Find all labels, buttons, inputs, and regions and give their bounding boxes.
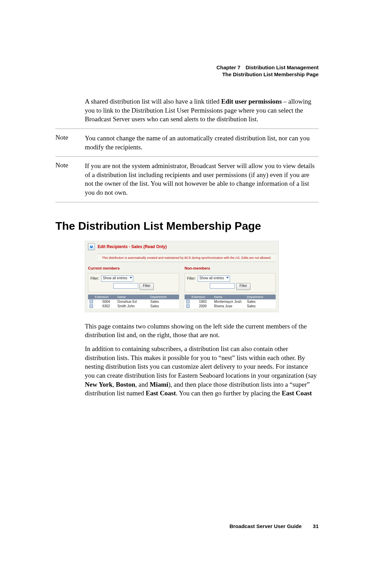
footer: Broadcast Server User Guide 31 [230,523,319,529]
window-icon [88,243,95,250]
note-1-text: You cannot change the name of an automat… [85,134,319,151]
page: Chapter 7 Distribution List Management T… [0,0,374,588]
para-columns: This page contains two columns showing o… [85,322,319,340]
current-members-column: Current members Filter: Show all entries… [88,266,179,308]
filter-box-left: Filter: Show all entries Filter [88,273,179,292]
intro-paragraph: A shared distribution list will also hav… [85,97,319,124]
edit-user-permissions-bold: Edit user permissions [221,98,282,105]
table-header-left: Extension Name Department [88,295,179,299]
svg-rect-5 [186,305,189,308]
content: A shared distribution list will also hav… [55,97,319,398]
header-chapter: Chapter 7 Distribution List Management [216,64,319,71]
svg-rect-3 [90,305,93,308]
filter-label: Filter: [90,277,99,280]
para-nesting: In addition to containing subscribers, a… [85,344,319,398]
user-icon [89,300,95,304]
non-members-title: Non-members [185,266,276,270]
page-number: 31 [313,523,319,529]
non-members-column: Non-members Filter: Show all entries Fil… [185,266,276,308]
filter-label: Filter: [187,277,196,280]
table-row: 1983 Montemayor Josh Sales [185,299,276,304]
footer-guide: Broadcast Server User Guide [230,523,302,529]
edit-notice: This distribution is automatically creat… [98,254,276,262]
running-header: Chapter 7 Distribution List Management T… [216,64,319,78]
filter-select-right[interactable]: Show all entries [198,275,230,282]
screenshot-figure: Edit Recipients - Sales (Read Only) This… [85,241,279,312]
current-members-title: Current members [88,266,179,270]
note-1: Note You cannot change the name of an au… [55,129,319,157]
note-label: Note [55,134,85,141]
table-header-right: Extension Name Department [185,295,276,299]
filter-button-left[interactable]: Filter [140,283,153,290]
section-title: The Distribution List Membership Page [55,220,319,232]
filter-box-right: Filter: Show all entries Filter [185,273,276,292]
window-title: Edit Recipients - Sales (Read Only) [98,244,167,249]
user-icon [186,300,192,304]
user-icon [186,304,192,308]
table-row: 5004 Donahue Ed Sales [88,299,179,304]
note-label: Note [55,161,85,169]
note-2: Note If you are not the system administr… [55,157,319,202]
svg-rect-1 [91,245,92,247]
svg-rect-2 [90,300,93,303]
header-section: The Distribution List Membership Page [216,71,319,78]
filter-select-left[interactable]: Show all entries [101,275,133,282]
table-row: 8302 Smith John Sales [88,304,179,308]
filter-input-right[interactable] [210,283,235,289]
filter-button-right[interactable]: Filter [236,283,250,290]
user-icon [89,304,95,308]
filter-input-left[interactable] [113,283,138,289]
table-row: 2009 Rivera Jose Sales [185,304,276,308]
svg-rect-4 [186,300,189,303]
note-2-text: If you are not the system administrator,… [85,161,319,197]
